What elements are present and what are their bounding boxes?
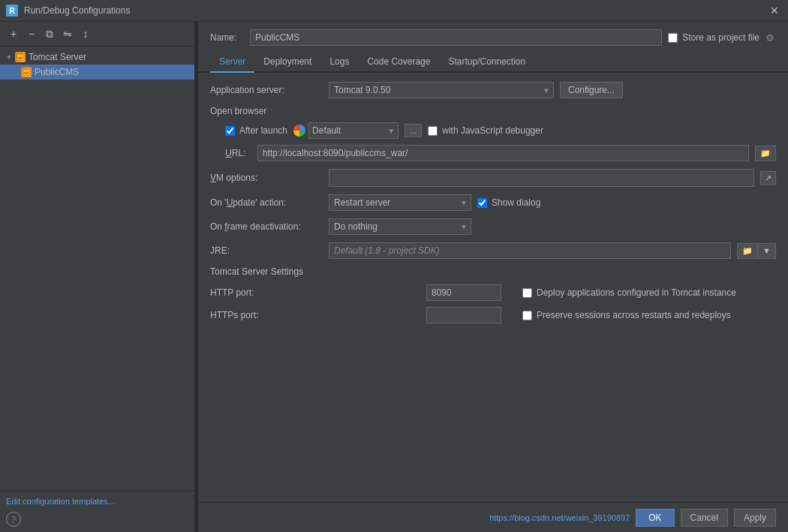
on-frame-label: On frame deactivation: [210, 221, 323, 232]
deploy-text: Deploy applications configured in Tomcat… [537, 287, 736, 298]
remove-config-button[interactable]: − [24, 26, 39, 41]
content-area: Name: Store as project file ⚙ Server Dep… [198, 22, 788, 532]
http-port-row: HTTP port: Deploy applications configure… [210, 284, 776, 301]
http-port-form-label: HTTP port: [210, 287, 254, 298]
http-port-group [426, 284, 501, 301]
show-dialog-checkbox[interactable] [477, 198, 487, 208]
vm-expand-button[interactable]: ↗ [760, 171, 776, 185]
copy-config-button[interactable]: ⧉ [42, 26, 57, 41]
on-update-label: On 'Update' action: [210, 197, 323, 208]
jre-dropdown-button[interactable]: ▼ [758, 243, 776, 259]
sidebar-toolbar: + − ⧉ ⇋ ↕ [0, 22, 194, 47]
deploy-checkbox[interactable] [522, 288, 532, 298]
server-tab-content: Application server: Tomcat 9.0.50 ▼ Conf… [198, 73, 788, 502]
title-bar: R Run/Debug Configurations ✕ [0, 0, 788, 22]
name-row: Name: Store as project file ⚙ [198, 22, 788, 52]
app-server-label: Application server: [210, 85, 323, 95]
sort-config-button[interactable]: ↕ [78, 26, 93, 41]
store-project-row: Store as project file ⚙ [668, 32, 776, 44]
tab-logs[interactable]: Logs [320, 52, 358, 73]
name-label: Name: [210, 32, 244, 43]
jre-input[interactable] [329, 242, 731, 259]
show-dialog-check-label[interactable]: Show dialog [477, 197, 540, 208]
on-frame-select[interactable]: Do nothing Update classes and resources … [329, 218, 471, 235]
close-button[interactable]: ✕ [767, 3, 782, 18]
window-title: Run/Debug Configurations [24, 5, 130, 16]
sidebar: + − ⧉ ⇋ ↕ ▼ 🐱 Tomcat Server 🐱 PublicCMS … [0, 22, 195, 532]
app-icon: R [6, 5, 18, 17]
server-child-icon: 🐱 [21, 67, 32, 77]
url-input[interactable] [257, 145, 749, 161]
jre-browse-button[interactable]: 📁 [737, 243, 758, 259]
https-port-label: HTTPs port: [210, 310, 259, 320]
status-bar-url[interactable]: https://blog.csdn.net/weixin_39190897 [489, 513, 630, 522]
add-config-button[interactable]: + [6, 26, 21, 41]
store-as-project-checkbox[interactable] [668, 33, 678, 43]
edit-templates-link[interactable]: Edit configuration templates... [6, 497, 188, 506]
tomcat-settings-title: Tomcat Server Settings [210, 266, 776, 277]
browse-browser-button[interactable]: ... [405, 124, 422, 137]
js-debugger-check-label[interactable]: with JavaScript debugger [428, 125, 543, 136]
jre-buttons: 📁 ▼ [737, 243, 776, 259]
tabs-bar: Server Deployment Logs Code Coverage Sta… [198, 52, 788, 73]
js-debugger-checkbox[interactable] [428, 126, 438, 136]
vm-options-input[interactable] [329, 169, 754, 187]
store-gear-icon[interactable]: ⚙ [764, 32, 776, 44]
https-port-row: HTTPs port: Preserve sessions across res… [210, 307, 776, 323]
move-config-button[interactable]: ⇋ [60, 26, 75, 41]
url-row: URL: 📁 [210, 145, 776, 161]
after-launch-checkbox[interactable] [225, 126, 235, 136]
preserve-text: Preserve sessions across restarts and re… [537, 310, 731, 320]
apply-button[interactable]: Apply [734, 509, 776, 527]
ok-button[interactable]: OK [636, 509, 674, 527]
tab-code-coverage[interactable]: Code Coverage [358, 52, 439, 73]
http-port-label: HTTP port: [210, 287, 420, 298]
tab-deployment[interactable]: Deployment [254, 52, 320, 73]
configure-button[interactable]: Configure... [560, 82, 623, 98]
url-browse-button[interactable]: 📁 [755, 146, 776, 161]
vm-options-row: VM options: ↗ [210, 169, 776, 187]
name-input[interactable] [250, 29, 662, 46]
http-port-input[interactable] [426, 284, 501, 301]
show-dialog-text: Show dialog [492, 197, 540, 208]
after-launch-row: After launch Default ▼ ... with JavaScri… [210, 122, 776, 139]
cancel-button[interactable]: Cancel [681, 509, 728, 527]
bottom-bar: https://blog.csdn.net/weixin_39190897 OK… [198, 502, 788, 532]
deploy-check-label[interactable]: Deploy applications configured in Tomcat… [522, 287, 736, 298]
on-frame-select-wrapper: Do nothing Update classes and resources … [329, 218, 471, 235]
app-server-row: Application server: Tomcat 9.0.50 ▼ Conf… [210, 82, 776, 98]
jre-row: JRE: 📁 ▼ [210, 242, 776, 259]
https-port-input[interactable] [426, 307, 501, 323]
sidebar-item-tomcat-server[interactable]: ▼ 🐱 Tomcat Server [0, 50, 194, 65]
https-port-group [426, 307, 501, 323]
tab-startup-connection[interactable]: Startup/Connection [439, 52, 534, 73]
app-server-select[interactable]: Tomcat 9.0.50 [329, 82, 554, 98]
browser-select[interactable]: Default [308, 122, 399, 139]
vm-options-label: VM options: [210, 173, 323, 183]
on-update-row: On 'Update' action: Restart server Updat… [210, 194, 776, 211]
https-port-label-wrap: HTTPs port: [210, 310, 420, 320]
preserve-checkbox[interactable] [522, 311, 532, 320]
on-update-select[interactable]: Restart server Update classes and resour… [329, 194, 471, 211]
help-button[interactable]: ? [6, 512, 21, 527]
store-as-project-label: Store as project file [682, 32, 759, 43]
open-browser-label: Open browser [210, 106, 776, 116]
preserve-check-label[interactable]: Preserve sessions across restarts and re… [522, 310, 731, 320]
after-launch-text: After launch [239, 125, 287, 136]
sidebar-child-label: PublicCMS [35, 67, 79, 77]
server-icon: 🐱 [15, 52, 26, 62]
chevron-down-icon: ▼ [6, 54, 12, 61]
on-update-select-wrapper: Restart server Update classes and resour… [329, 194, 471, 211]
tab-server[interactable]: Server [210, 52, 254, 73]
url-label: URL: [225, 148, 251, 158]
title-bar-left: R Run/Debug Configurations [6, 5, 130, 17]
on-frame-row: On frame deactivation: Do nothing Update… [210, 218, 776, 235]
browser-select-wrapper: Default ▼ [293, 122, 399, 139]
sidebar-footer: Edit configuration templates... ? [0, 490, 194, 532]
jre-label: JRE: [210, 245, 323, 256]
sidebar-parent-label: Tomcat Server [29, 52, 86, 62]
after-launch-check-label[interactable]: After launch [225, 125, 287, 136]
browser-icon [293, 125, 305, 137]
sidebar-item-publiccms[interactable]: 🐱 PublicCMS [0, 65, 194, 80]
sidebar-tree: ▼ 🐱 Tomcat Server 🐱 PublicCMS [0, 47, 194, 490]
